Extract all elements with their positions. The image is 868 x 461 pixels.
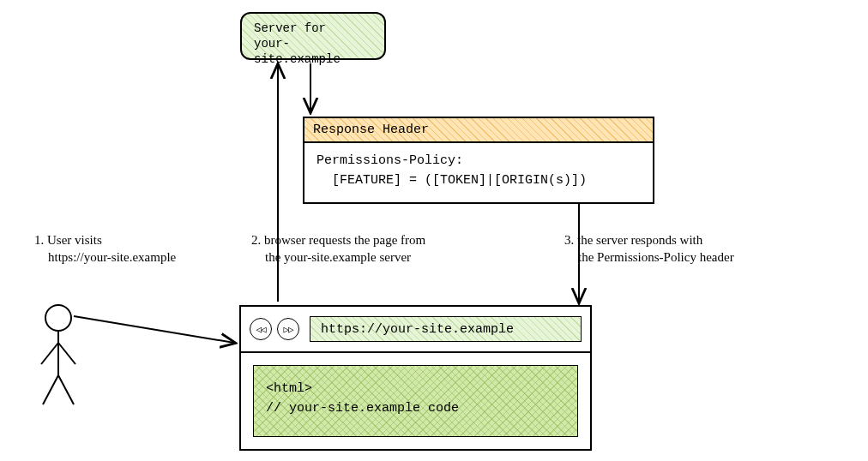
server-label-line2: your-site.example xyxy=(254,36,372,67)
code-line-2: // your-site.example code xyxy=(266,399,565,419)
arrow-user-to-browser xyxy=(74,316,234,343)
step-2-label: 2. browser requests the page from the yo… xyxy=(251,231,425,266)
policy-name: Permissions-Policy: xyxy=(316,152,641,171)
svg-point-0 xyxy=(45,305,71,331)
step-3-label: 3. the server responds with the Permissi… xyxy=(564,231,734,266)
policy-value: [FEATURE] = ([TOKEN]|[ORIGIN(s)]) xyxy=(316,171,641,191)
server-box: Server for your-site.example xyxy=(240,12,386,60)
user-stick-figure xyxy=(41,305,75,404)
step-3-line2: the Permissions-Policy header xyxy=(564,248,734,266)
step-1-line1: 1. User visits xyxy=(34,231,176,248)
svg-line-2 xyxy=(41,343,58,364)
browser-toolbar: ◁◁ ▷▷ https://your-site.example xyxy=(241,307,590,353)
svg-line-5 xyxy=(58,375,74,404)
step-2-line1: 2. browser requests the page from xyxy=(251,231,425,248)
fastforward-icon: ▷▷ xyxy=(283,324,292,335)
rewind-icon: ◁◁ xyxy=(256,324,265,335)
browser-window: ◁◁ ▷▷ https://your-site.example <html> /… xyxy=(239,305,592,451)
page-code-block: <html> // your-site.example code xyxy=(253,365,578,437)
address-bar[interactable]: https://your-site.example xyxy=(310,316,582,342)
address-url: https://your-site.example xyxy=(321,322,514,337)
forward-button[interactable]: ▷▷ xyxy=(277,318,299,340)
browser-content: <html> // your-site.example code xyxy=(241,353,590,449)
response-body: Permissions-Policy: [FEATURE] = ([TOKEN]… xyxy=(304,143,653,202)
step-1-line2: https://your-site.example xyxy=(34,248,176,266)
server-label-line1: Server for xyxy=(254,21,372,36)
svg-line-4 xyxy=(43,375,58,404)
step-1-label: 1. User visits https://your-site.example xyxy=(34,231,176,266)
code-line-1: <html> xyxy=(266,380,565,399)
step-3-line1: 3. the server responds with xyxy=(564,231,734,248)
response-box: Response Header Permissions-Policy: [FEA… xyxy=(303,117,654,204)
back-button[interactable]: ◁◁ xyxy=(250,318,272,340)
step-2-line2: the your-site.example server xyxy=(251,248,425,266)
response-header-bar: Response Header xyxy=(304,118,653,143)
svg-line-3 xyxy=(58,343,75,364)
response-header-title: Response Header xyxy=(313,123,429,137)
